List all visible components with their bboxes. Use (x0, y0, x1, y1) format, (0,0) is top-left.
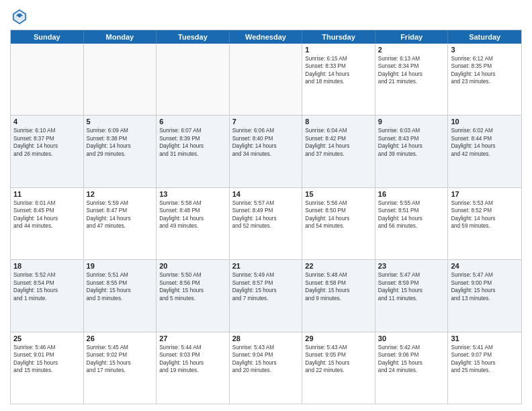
day-cell-5: 5Sunrise: 6:09 AM Sunset: 8:38 PM Daylig… (84, 116, 157, 187)
empty-cell (84, 44, 157, 115)
day-info: Sunrise: 5:52 AM Sunset: 8:54 PM Dayligh… (13, 271, 81, 302)
day-number: 4 (13, 118, 81, 126)
day-number: 30 (378, 334, 445, 342)
day-cell-14: 14Sunrise: 5:57 AM Sunset: 8:49 PM Dayli… (230, 188, 303, 259)
day-info: Sunrise: 5:50 AM Sunset: 8:56 PM Dayligh… (159, 271, 226, 302)
day-number: 15 (305, 190, 372, 198)
calendar-row: 4Sunrise: 6:10 AM Sunset: 8:37 PM Daylig… (11, 116, 521, 187)
header-cell-wednesday: Wednesday (230, 30, 303, 44)
day-cell-18: 18Sunrise: 5:52 AM Sunset: 8:54 PM Dayli… (11, 260, 84, 331)
day-info: Sunrise: 6:04 AM Sunset: 8:42 PM Dayligh… (305, 127, 372, 158)
day-info: Sunrise: 6:10 AM Sunset: 8:37 PM Dayligh… (13, 127, 81, 158)
day-cell-30: 30Sunrise: 5:42 AM Sunset: 9:06 PM Dayli… (375, 332, 449, 404)
header-cell-monday: Monday (84, 30, 157, 44)
day-cell-2: 2Sunrise: 6:13 AM Sunset: 8:34 PM Daylig… (375, 44, 449, 115)
day-info: Sunrise: 6:02 AM Sunset: 8:44 PM Dayligh… (451, 127, 519, 158)
day-info: Sunrise: 5:55 AM Sunset: 8:51 PM Dayligh… (378, 199, 445, 230)
day-info: Sunrise: 5:46 AM Sunset: 9:01 PM Dayligh… (13, 344, 81, 375)
day-cell-4: 4Sunrise: 6:10 AM Sunset: 8:37 PM Daylig… (11, 116, 84, 187)
day-number: 23 (378, 262, 445, 270)
day-cell-28: 28Sunrise: 5:43 AM Sunset: 9:04 PM Dayli… (230, 332, 303, 404)
day-number: 25 (13, 334, 81, 342)
day-cell-8: 8Sunrise: 6:04 AM Sunset: 8:42 PM Daylig… (302, 116, 375, 187)
day-info: Sunrise: 5:45 AM Sunset: 9:02 PM Dayligh… (87, 344, 154, 375)
day-info: Sunrise: 5:47 AM Sunset: 8:59 PM Dayligh… (378, 271, 445, 302)
day-info: Sunrise: 5:49 AM Sunset: 8:57 PM Dayligh… (232, 271, 300, 302)
day-number: 2 (378, 46, 445, 54)
day-cell-27: 27Sunrise: 5:44 AM Sunset: 9:03 PM Dayli… (157, 332, 230, 404)
day-cell-12: 12Sunrise: 5:59 AM Sunset: 8:47 PM Dayli… (84, 188, 157, 259)
day-number: 12 (87, 190, 154, 198)
day-cell-9: 9Sunrise: 6:03 AM Sunset: 8:43 PM Daylig… (375, 116, 449, 187)
day-cell-17: 17Sunrise: 5:53 AM Sunset: 8:52 PM Dayli… (448, 188, 521, 259)
day-number: 31 (451, 334, 519, 342)
logo-icon (10, 7, 29, 26)
day-cell-24: 24Sunrise: 5:47 AM Sunset: 9:00 PM Dayli… (448, 260, 521, 331)
day-cell-29: 29Sunrise: 5:43 AM Sunset: 9:05 PM Dayli… (302, 332, 375, 404)
day-info: Sunrise: 6:09 AM Sunset: 8:38 PM Dayligh… (87, 127, 154, 158)
day-number: 13 (159, 190, 226, 198)
day-info: Sunrise: 6:12 AM Sunset: 8:35 PM Dayligh… (451, 55, 519, 86)
day-info: Sunrise: 6:13 AM Sunset: 8:34 PM Dayligh… (378, 55, 445, 86)
header-cell-saturday: Saturday (448, 30, 521, 44)
day-info: Sunrise: 5:51 AM Sunset: 8:55 PM Dayligh… (87, 271, 154, 302)
empty-cell (157, 44, 230, 115)
day-number: 3 (451, 46, 519, 54)
day-number: 1 (305, 46, 372, 54)
day-info: Sunrise: 6:06 AM Sunset: 8:40 PM Dayligh… (232, 127, 300, 158)
day-info: Sunrise: 5:42 AM Sunset: 9:06 PM Dayligh… (378, 344, 445, 375)
calendar: SundayMondayTuesdayWednesdayThursdayFrid… (10, 30, 522, 404)
day-number: 22 (305, 262, 372, 270)
day-info: Sunrise: 6:03 AM Sunset: 8:43 PM Dayligh… (378, 127, 445, 158)
day-number: 7 (232, 118, 300, 126)
day-number: 8 (305, 118, 372, 126)
calendar-row: 1Sunrise: 6:15 AM Sunset: 8:33 PM Daylig… (11, 44, 521, 116)
day-info: Sunrise: 6:07 AM Sunset: 8:39 PM Dayligh… (159, 127, 226, 158)
calendar-header: SundayMondayTuesdayWednesdayThursdayFrid… (11, 30, 521, 44)
day-cell-21: 21Sunrise: 5:49 AM Sunset: 8:57 PM Dayli… (230, 260, 303, 331)
day-info: Sunrise: 5:58 AM Sunset: 8:48 PM Dayligh… (159, 199, 226, 230)
calendar-row: 11Sunrise: 6:01 AM Sunset: 8:45 PM Dayli… (11, 188, 521, 260)
day-info: Sunrise: 5:47 AM Sunset: 9:00 PM Dayligh… (451, 271, 519, 302)
day-info: Sunrise: 5:56 AM Sunset: 8:50 PM Dayligh… (305, 199, 372, 230)
day-cell-7: 7Sunrise: 6:06 AM Sunset: 8:40 PM Daylig… (230, 116, 303, 187)
day-number: 11 (13, 190, 81, 198)
day-number: 26 (87, 334, 154, 342)
day-cell-20: 20Sunrise: 5:50 AM Sunset: 8:56 PM Dayli… (157, 260, 230, 331)
day-number: 10 (451, 118, 519, 126)
day-number: 16 (378, 190, 445, 198)
day-cell-10: 10Sunrise: 6:02 AM Sunset: 8:44 PM Dayli… (448, 116, 521, 187)
day-number: 5 (87, 118, 154, 126)
day-info: Sunrise: 5:53 AM Sunset: 8:52 PM Dayligh… (451, 199, 519, 230)
calendar-body: 1Sunrise: 6:15 AM Sunset: 8:33 PM Daylig… (11, 44, 521, 404)
header-cell-sunday: Sunday (11, 30, 84, 44)
day-info: Sunrise: 6:15 AM Sunset: 8:33 PM Dayligh… (305, 55, 372, 86)
day-number: 28 (232, 334, 300, 342)
header-cell-thursday: Thursday (302, 30, 375, 44)
calendar-row: 18Sunrise: 5:52 AM Sunset: 8:54 PM Dayli… (11, 260, 521, 332)
day-cell-15: 15Sunrise: 5:56 AM Sunset: 8:50 PM Dayli… (302, 188, 375, 259)
day-number: 21 (232, 262, 300, 270)
header-cell-friday: Friday (375, 30, 449, 44)
page: SundayMondayTuesdayWednesdayThursdayFrid… (0, 0, 532, 411)
day-cell-31: 31Sunrise: 5:41 AM Sunset: 9:07 PM Dayli… (448, 332, 521, 404)
header-cell-tuesday: Tuesday (157, 30, 230, 44)
day-cell-1: 1Sunrise: 6:15 AM Sunset: 8:33 PM Daylig… (302, 44, 375, 115)
day-info: Sunrise: 5:59 AM Sunset: 8:47 PM Dayligh… (87, 199, 154, 230)
day-number: 29 (305, 334, 372, 342)
day-number: 19 (87, 262, 154, 270)
day-number: 18 (13, 262, 81, 270)
day-info: Sunrise: 5:57 AM Sunset: 8:49 PM Dayligh… (232, 199, 300, 230)
header (10, 7, 522, 26)
day-cell-11: 11Sunrise: 6:01 AM Sunset: 8:45 PM Dayli… (11, 188, 84, 259)
day-number: 6 (159, 118, 226, 126)
svg-point-2 (18, 15, 21, 17)
day-info: Sunrise: 5:41 AM Sunset: 9:07 PM Dayligh… (451, 344, 519, 375)
day-number: 9 (378, 118, 445, 126)
day-cell-19: 19Sunrise: 5:51 AM Sunset: 8:55 PM Dayli… (84, 260, 157, 331)
day-cell-6: 6Sunrise: 6:07 AM Sunset: 8:39 PM Daylig… (157, 116, 230, 187)
empty-cell (11, 44, 84, 115)
logo (10, 7, 32, 26)
day-cell-25: 25Sunrise: 5:46 AM Sunset: 9:01 PM Dayli… (11, 332, 84, 404)
day-cell-13: 13Sunrise: 5:58 AM Sunset: 8:48 PM Dayli… (157, 188, 230, 259)
